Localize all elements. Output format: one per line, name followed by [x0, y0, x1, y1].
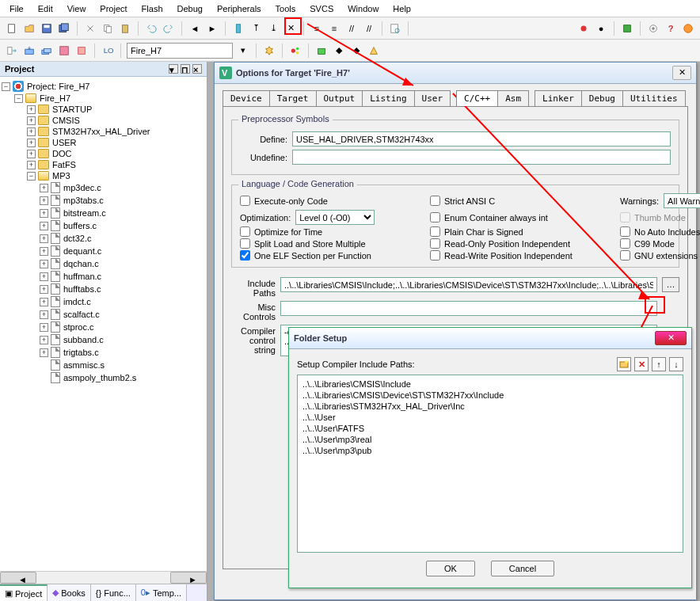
- cut-icon[interactable]: [83, 21, 97, 36]
- tree-file[interactable]: asmpoly_thumb2.s: [2, 371, 205, 384]
- build-icon[interactable]: [620, 21, 634, 36]
- menu-svcs[interactable]: SVCS: [303, 2, 340, 15]
- books-window-icon[interactable]: ◆: [332, 44, 346, 58]
- manage-rte-icon[interactable]: [288, 44, 302, 58]
- tree-file[interactable]: +dqchan.c: [2, 257, 205, 270]
- debug-session-icon[interactable]: [576, 21, 591, 36]
- tab-asm[interactable]: Asm: [497, 90, 529, 106]
- menu-flash[interactable]: Flash: [135, 2, 169, 15]
- tree-file[interactable]: +dct32.c: [2, 232, 205, 245]
- chk-opt-time[interactable]: [240, 226, 250, 237]
- menu-window[interactable]: Window: [341, 2, 385, 15]
- chk-enum-int[interactable]: [430, 212, 440, 223]
- tree-file[interactable]: +trigtabs.c: [2, 346, 205, 359]
- rebuild-icon[interactable]: [40, 44, 54, 58]
- batch-build-icon[interactable]: [57, 44, 71, 58]
- tab-linker[interactable]: Linker: [535, 90, 582, 106]
- folder-titlebar[interactable]: Folder Setup ✕: [289, 328, 691, 349]
- options-close-button[interactable]: ✕: [672, 66, 691, 80]
- panel-menu-icon[interactable]: ▾: [169, 64, 178, 74]
- bookmark-clear-icon[interactable]: ✕: [283, 21, 298, 36]
- menu-tools[interactable]: Tools: [269, 2, 302, 15]
- open-icon[interactable]: [22, 21, 36, 36]
- chk-gnu[interactable]: [620, 250, 630, 261]
- tree-group-doc[interactable]: +DOC: [2, 148, 205, 159]
- undefine-input[interactable]: [292, 150, 671, 165]
- stop-build-icon[interactable]: [74, 44, 89, 58]
- save-all-icon[interactable]: [57, 21, 71, 36]
- folder-path-item[interactable]: ..\..\Libraries\STM32H7xx_HAL_Driver\Inc: [302, 401, 678, 412]
- translate-icon[interactable]: [5, 44, 19, 58]
- find-in-files-icon[interactable]: [388, 21, 402, 36]
- tab-books[interactable]: ◆Books: [48, 584, 91, 601]
- comment-icon[interactable]: //: [344, 21, 359, 36]
- tree-file[interactable]: +mp3tabs.c: [2, 194, 205, 207]
- download-icon[interactable]: LOAD: [101, 44, 115, 58]
- undo-icon[interactable]: [144, 21, 158, 36]
- build-target-icon[interactable]: [22, 44, 36, 58]
- warnings-select[interactable]: All Warnings: [664, 193, 700, 208]
- menu-file[interactable]: File: [3, 2, 30, 15]
- tree-group-hal[interactable]: +STM32H7xx_HAL_Driver: [2, 126, 205, 137]
- copy-icon[interactable]: [101, 21, 115, 36]
- bookmark-next-icon[interactable]: ⤓: [266, 21, 280, 36]
- bookmark-prev-icon[interactable]: ⤒: [249, 21, 263, 36]
- options-titlebar[interactable]: VOptions for Target 'Fire_H7' ✕: [215, 63, 696, 84]
- tree-file[interactable]: +buffers.c: [2, 219, 205, 232]
- tree-file[interactable]: +hufftabs.c: [2, 283, 205, 295]
- include-paths-input[interactable]: [280, 277, 657, 292]
- folder-path-item[interactable]: ..\..\User\FATFS: [302, 423, 678, 434]
- nav-back-icon[interactable]: ◄: [188, 21, 202, 36]
- chk-strict-ansi[interactable]: [430, 196, 440, 206]
- redo-icon[interactable]: [162, 21, 176, 36]
- tab-output[interactable]: Output: [316, 90, 363, 106]
- menu-edit[interactable]: Edit: [32, 2, 59, 15]
- tree-file[interactable]: +stproc.c: [2, 321, 205, 333]
- config-icon[interactable]: [646, 21, 660, 36]
- tab-utilities[interactable]: Utilities: [622, 90, 686, 106]
- menu-peripherals[interactable]: Peripherals: [211, 2, 268, 15]
- tab-cc[interactable]: C/C++: [456, 90, 498, 106]
- tree-group-mp3[interactable]: −MP3: [2, 170, 205, 181]
- save-icon[interactable]: [40, 21, 54, 36]
- tree-file[interactable]: +bitstream.c: [2, 207, 205, 219]
- panel-pin-icon[interactable]: ⊓: [181, 64, 190, 74]
- tree-file[interactable]: +dequant.c: [2, 245, 205, 257]
- chk-c99[interactable]: [620, 238, 630, 249]
- new-file-icon[interactable]: [5, 21, 19, 36]
- menu-project[interactable]: Project: [93, 2, 133, 15]
- nav-fwd-icon[interactable]: ►: [205, 21, 219, 36]
- folder-path-item[interactable]: ..\..\Libraries\CMSIS\Include: [302, 378, 678, 390]
- optimization-select[interactable]: Level 0 (-O0): [295, 210, 375, 225]
- chk-one-elf[interactable]: [240, 250, 250, 261]
- chk-execute-only[interactable]: [240, 196, 250, 206]
- folder-cancel-button[interactable]: Cancel: [491, 561, 554, 576]
- tab-listing[interactable]: Listing: [362, 90, 414, 106]
- folder-new-button[interactable]: [617, 357, 631, 371]
- tab-target[interactable]: Target: [269, 90, 317, 106]
- about-icon[interactable]: [681, 21, 695, 36]
- tree-group-user[interactable]: +USER: [2, 137, 205, 148]
- tree-hscroll[interactable]: ◄►: [0, 571, 207, 584]
- outdent-icon[interactable]: ≡: [327, 21, 341, 36]
- tree-file[interactable]: asmmisc.s: [2, 359, 205, 371]
- uncomment-icon[interactable]: //: [362, 21, 376, 36]
- target-selector[interactable]: [127, 43, 233, 59]
- folder-path-item[interactable]: ..\..\User\mp3\pub: [302, 445, 678, 456]
- bookmark-icon[interactable]: [231, 21, 245, 36]
- tab-device[interactable]: Device: [223, 90, 270, 106]
- menu-debug[interactable]: Debug: [171, 2, 209, 15]
- folder-down-button[interactable]: ↓: [669, 357, 683, 371]
- tree-file[interactable]: +mp3dec.c: [2, 181, 205, 194]
- folder-path-item[interactable]: ..\..\Libraries\CMSIS\Device\ST\STM32H7x…: [302, 390, 678, 401]
- chk-no-auto[interactable]: [620, 226, 630, 237]
- menu-help[interactable]: Help: [386, 2, 417, 15]
- temp-window-icon[interactable]: [367, 44, 381, 58]
- options-target-icon[interactable]: [262, 44, 276, 58]
- chk-rw-pos[interactable]: [430, 250, 440, 261]
- tree-file[interactable]: +imdct.c: [2, 295, 205, 308]
- breakpoint-icon[interactable]: ●: [594, 21, 608, 36]
- misc-controls-input[interactable]: [280, 301, 657, 316]
- folder-path-item[interactable]: ..\..\User: [302, 412, 678, 423]
- folder-path-item[interactable]: ..\..\User\mp3\real: [302, 434, 678, 445]
